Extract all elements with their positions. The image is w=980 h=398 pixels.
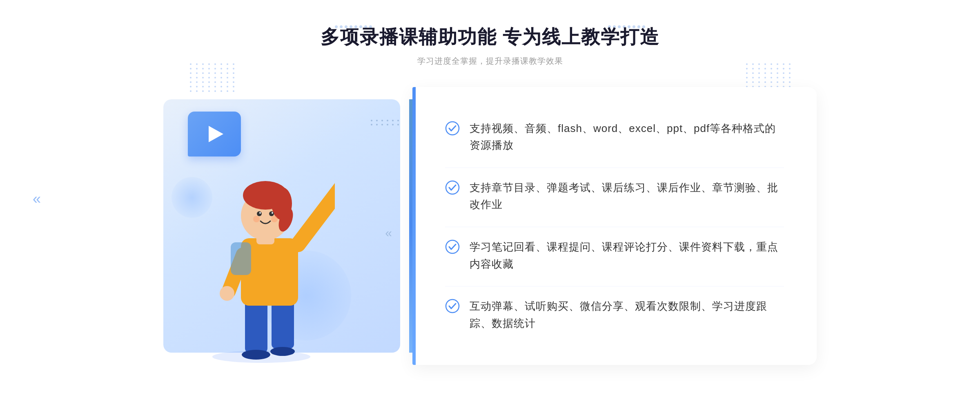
svg-point-25 [446, 300, 459, 313]
feature-text-2: 支持章节目录、弹题考试、课后练习、课后作业、章节测验、批改作业 [470, 179, 784, 213]
svg-point-18 [272, 212, 273, 214]
sub-title: 学习进度全掌握，提升录播课教学效果 [321, 56, 660, 67]
svg-rect-21 [231, 242, 251, 275]
play-triangle-icon [209, 126, 223, 142]
svg-point-16 [269, 211, 274, 216]
svg-point-19 [253, 216, 260, 222]
svg-point-20 [271, 216, 278, 222]
illus-dots-decoration [371, 120, 400, 125]
illustration-area: « [163, 87, 416, 365]
left-arrow-icon: « [33, 190, 41, 208]
svg-point-22 [446, 122, 459, 135]
feature-text-4: 互动弹幕、试听购买、微信分享、观看次数限制、学习进度跟踪、数据统计 [470, 298, 784, 332]
svg-point-3 [242, 350, 270, 360]
feature-text-1: 支持视频、音频、flash、word、excel、ppt、pdf等各种格式的资源… [470, 120, 784, 154]
chevron-decoration: « [385, 226, 392, 240]
svg-line-6 [298, 185, 335, 244]
panel-accent-bar [412, 87, 416, 365]
check-icon-4 [445, 299, 460, 313]
feature-item: 互动弹幕、试听购买、微信分享、观看次数限制、学习进度跟踪、数据统计 [445, 286, 784, 343]
feature-item: 支持章节目录、弹题考试、课后练习、课后作业、章节测验、批改作业 [445, 168, 784, 225]
page-container: 多项录播课辅助功能 专为线上教学打造 学习进度全掌握，提升录播课教学效果 « [0, 0, 980, 398]
feature-item: 学习笔记回看、课程提问、课程评论打分、课件资料下载，重点内容收藏 [445, 227, 784, 284]
svg-rect-1 [245, 300, 267, 353]
svg-rect-2 [272, 300, 294, 349]
check-icon-3 [445, 239, 460, 254]
svg-point-24 [446, 240, 459, 253]
svg-point-15 [257, 211, 262, 216]
svg-point-9 [220, 286, 234, 301]
check-icon-2 [445, 180, 460, 195]
feature-item: 支持视频、音频、flash、word、excel、ppt、pdf等各种格式的资源… [445, 109, 784, 165]
main-title: 多项录播课辅助功能 专为线上教学打造 [321, 25, 660, 50]
svg-point-4 [270, 347, 295, 356]
features-panel: 支持视频、音频、flash、word、excel、ppt、pdf等各种格式的资源… [412, 87, 817, 365]
feature-text-3: 学习笔记回看、课程提问、课程评论打分、课件资料下载，重点内容收藏 [470, 239, 784, 273]
svg-point-23 [446, 181, 459, 194]
title-section: 多项录播课辅助功能 专为线上教学打造 学习进度全掌握，提升录播课教学效果 [321, 25, 660, 67]
human-figure-illustration [196, 144, 335, 365]
main-content: « [163, 87, 817, 365]
svg-point-17 [259, 212, 261, 214]
check-icon-1 [445, 121, 460, 136]
